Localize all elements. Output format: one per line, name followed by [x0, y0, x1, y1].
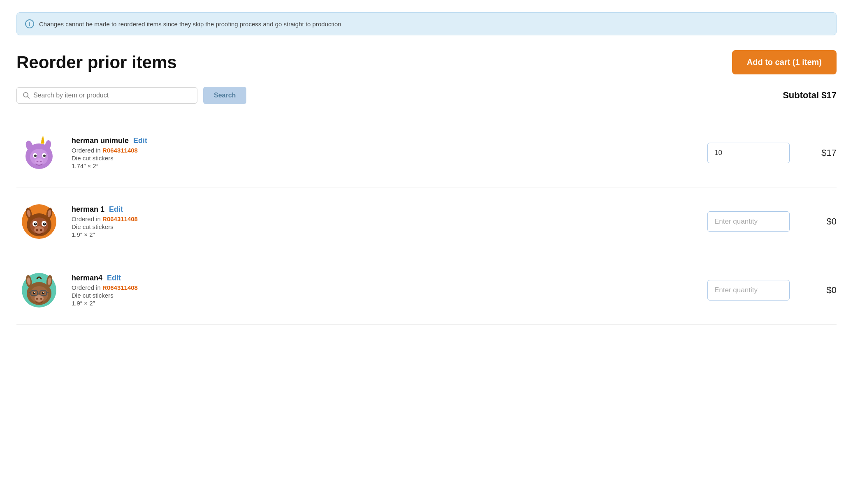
item-order-link[interactable]: R064311408	[102, 215, 138, 222]
item-size: 1.74″ × 2″	[72, 162, 698, 169]
items-list: herman unimule Edit Ordered in R06431140…	[16, 119, 837, 325]
table-row: herman unimule Edit Ordered in R06431140…	[16, 119, 837, 187]
svg-point-11	[34, 155, 37, 157]
item-size: 1.9″ × 2″	[72, 300, 698, 307]
subtotal-text: Subtotal $17	[783, 90, 837, 101]
search-left: Search	[16, 87, 246, 104]
header-row: Reorder prior items Add to cart (1 item)	[16, 50, 837, 74]
item-thumbnail	[16, 199, 62, 244]
info-icon: i	[25, 19, 34, 28]
item-order: Ordered in R064311408	[72, 215, 698, 222]
svg-point-34	[40, 229, 42, 231]
item-order: Ordered in R064311408	[72, 284, 698, 291]
page-title: Reorder prior items	[16, 53, 177, 72]
item-type: Die cut stickers	[72, 155, 698, 162]
svg-line-47	[46, 292, 49, 293]
item-edit-link[interactable]: Edit	[107, 274, 121, 282]
svg-point-31	[44, 223, 45, 224]
svg-point-13	[35, 158, 43, 164]
svg-point-32	[34, 226, 44, 234]
svg-point-50	[34, 292, 35, 293]
item-name: herman4 Edit	[72, 274, 698, 282]
search-input-wrapper	[16, 87, 197, 104]
item-info: herman 1 Edit Ordered in R064311408 Die …	[72, 205, 698, 238]
info-banner-text: Changes cannot be made to reordered item…	[39, 21, 341, 28]
item-order-link[interactable]: R064311408	[102, 147, 138, 154]
svg-point-33	[36, 229, 38, 231]
info-banner: i Changes cannot be made to reordered it…	[16, 12, 837, 35]
item-size: 1.9″ × 2″	[72, 231, 698, 238]
table-row: herman4 Edit Ordered in R064311408 Die c…	[16, 256, 837, 325]
search-icon	[23, 92, 30, 99]
svg-point-48	[33, 292, 35, 294]
item-info: herman4 Edit Ordered in R064311408 Die c…	[72, 274, 698, 307]
item-info: herman unimule Edit Ordered in R06431140…	[72, 136, 698, 169]
svg-point-12	[43, 155, 46, 157]
item-name: herman unimule Edit	[72, 136, 698, 145]
item-quantity	[707, 211, 790, 232]
svg-point-53	[36, 298, 38, 300]
item-thumbnail	[16, 268, 62, 313]
quantity-input[interactable]	[707, 143, 790, 163]
svg-line-1	[28, 97, 30, 99]
add-to-cart-button[interactable]: Add to cart (1 item)	[732, 50, 837, 74]
search-row: Search Subtotal $17	[16, 87, 837, 104]
item-price: $17	[800, 148, 837, 158]
svg-point-49	[42, 292, 44, 294]
item-quantity	[707, 143, 790, 163]
item-thumbnail	[16, 130, 62, 176]
table-row: herman 1 Edit Ordered in R064311408 Die …	[16, 187, 837, 256]
svg-point-29	[43, 223, 46, 226]
item-order: Ordered in R064311408	[72, 147, 698, 154]
item-type: Die cut stickers	[72, 223, 698, 230]
item-price: $0	[800, 285, 837, 296]
svg-point-54	[40, 298, 42, 300]
quantity-input[interactable]	[707, 211, 790, 232]
item-type: Die cut stickers	[72, 292, 698, 299]
item-name: herman 1 Edit	[72, 205, 698, 214]
svg-point-14	[37, 161, 39, 162]
item-edit-link[interactable]: Edit	[133, 136, 147, 145]
svg-point-28	[34, 223, 37, 226]
sticker-image	[19, 270, 60, 311]
svg-point-30	[35, 223, 36, 224]
item-quantity	[707, 280, 790, 301]
sticker-image	[19, 132, 60, 173]
quantity-input[interactable]	[707, 280, 790, 301]
item-edit-link[interactable]: Edit	[109, 205, 123, 213]
search-button[interactable]: Search	[203, 87, 246, 104]
sticker-image	[19, 201, 60, 242]
svg-point-52	[35, 295, 44, 302]
svg-line-46	[29, 292, 31, 293]
item-price: $0	[800, 216, 837, 227]
item-order-link[interactable]: R064311408	[102, 284, 138, 291]
svg-point-15	[40, 161, 42, 162]
search-input[interactable]	[33, 92, 191, 99]
svg-point-51	[43, 292, 44, 293]
